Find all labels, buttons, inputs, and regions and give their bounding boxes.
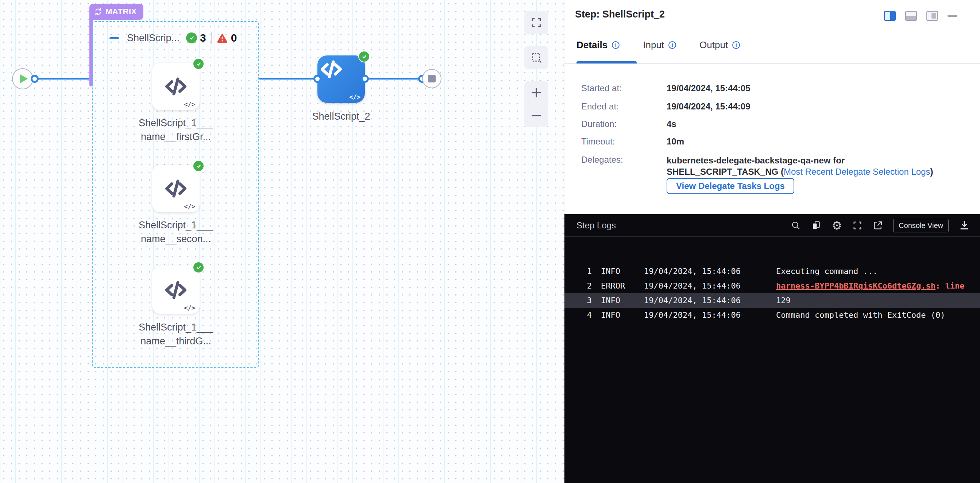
loop-icon bbox=[94, 7, 102, 16]
minimize-icon[interactable] bbox=[948, 15, 958, 17]
zoom-out-icon[interactable] bbox=[530, 110, 542, 122]
log-line-4[interactable]: 4 INFO 19/04/2024, 15:44:06 Command comp… bbox=[565, 308, 980, 323]
step-node-secondgroup[interactable]: </> bbox=[152, 165, 200, 212]
matrix-group-header[interactable]: ShellScrip... 3 0 bbox=[110, 31, 237, 45]
play-icon bbox=[20, 74, 28, 84]
step-logs-title: Step Logs bbox=[576, 220, 616, 230]
success-badge-icon bbox=[192, 160, 204, 172]
stop-icon bbox=[428, 75, 436, 83]
code-mini-icon: </> bbox=[349, 94, 361, 101]
download-icon[interactable] bbox=[959, 220, 970, 231]
matrix-badge-label: MATRIX bbox=[105, 7, 137, 16]
error-script-link[interactable]: harness-BYPP4bBIRqisKCo6dteGZg.sh bbox=[776, 281, 935, 291]
success-badge-icon bbox=[192, 58, 204, 70]
step-node-firstgroup[interactable]: </> bbox=[152, 63, 200, 110]
copy-icon[interactable] bbox=[811, 220, 821, 230]
log-output[interactable]: 1 INFO 19/04/2024, 15:44:06 Executing co… bbox=[565, 237, 980, 483]
log-line-2[interactable]: 2 ERROR 19/04/2024, 15:44:06 harness-BYP… bbox=[565, 279, 980, 293]
page-title: Step: ShellScript_2 bbox=[575, 9, 665, 20]
detail-row-ended: Ended at: 19/04/2024, 15:44:09 bbox=[581, 102, 619, 112]
floating-view-icon[interactable] bbox=[926, 11, 938, 21]
detail-row-started: Started at: 19/04/2024, 15:44:05 bbox=[581, 83, 622, 94]
info-icon[interactable] bbox=[668, 41, 676, 49]
step-node-label: ShellScript_1___ name__firstGr... bbox=[129, 116, 223, 144]
shell-script-code-icon bbox=[162, 73, 190, 100]
code-mini-icon: </> bbox=[184, 101, 195, 108]
detail-tabs: Details Input Output bbox=[576, 40, 740, 51]
view-delegate-tasks-logs-button[interactable]: View Delegate Tasks Logs bbox=[667, 178, 794, 194]
delegate-selection-logs-link[interactable]: Most Recent Delegate Selection Logs bbox=[784, 167, 931, 176]
success-badge-icon bbox=[192, 262, 204, 273]
marquee-select-icon bbox=[530, 52, 542, 64]
log-line-1[interactable]: 1 INFO 19/04/2024, 15:44:06 Executing co… bbox=[565, 264, 980, 279]
console-view-button[interactable]: Console View bbox=[893, 219, 949, 232]
shell-script-code-icon bbox=[162, 276, 190, 304]
bottom-view-icon[interactable] bbox=[905, 11, 917, 21]
panel-layout-switcher bbox=[884, 11, 958, 21]
fit-view-button[interactable] bbox=[524, 11, 548, 34]
step-node-thirdgroup[interactable]: </> bbox=[152, 266, 200, 314]
step-logs-panel: Step Logs ⚙ Console View 1 INFO 1 bbox=[565, 214, 980, 483]
info-icon[interactable] bbox=[732, 41, 740, 49]
fit-view-icon bbox=[530, 17, 542, 29]
detail-row-timeout: Timeout: 10m bbox=[581, 137, 615, 147]
delegate-task: SHELL_SCRIPT_TASK_NG ( bbox=[667, 167, 784, 176]
success-badge-icon bbox=[358, 51, 370, 62]
step-node-label: ShellScript_1___ name__thirdG... bbox=[129, 320, 223, 348]
panel-header: Step: ShellScript_2 bbox=[565, 0, 980, 29]
detail-row-delegates: Delegates: kubernetes-delegate-backstage… bbox=[581, 155, 623, 165]
zoom-in-icon[interactable] bbox=[530, 86, 542, 99]
end-node[interactable] bbox=[422, 69, 441, 88]
edge-step2-to-end bbox=[365, 78, 420, 79]
pipeline-canvas[interactable]: MATRIX ShellScrip... 3 0 </> ShellScript… bbox=[0, 0, 564, 483]
shell-script-code-icon bbox=[162, 175, 190, 202]
count-divider bbox=[211, 32, 212, 44]
search-icon[interactable] bbox=[791, 220, 801, 230]
edge-matrix-to-step2 bbox=[259, 78, 315, 79]
code-mini-icon: </> bbox=[184, 203, 195, 210]
split-view-icon[interactable] bbox=[884, 11, 896, 21]
info-icon[interactable] bbox=[612, 41, 619, 49]
zoom-controls[interactable] bbox=[524, 81, 548, 127]
detail-row-duration: Duration: 4s bbox=[581, 119, 617, 129]
success-count-icon bbox=[186, 32, 197, 43]
step-logs-toolbar: ⚙ Console View bbox=[791, 214, 970, 237]
step-node-label: ShellScript_1___ name__secon... bbox=[129, 218, 223, 246]
external-link-icon[interactable] bbox=[873, 220, 883, 230]
gear-icon[interactable]: ⚙ bbox=[832, 219, 842, 231]
matrix-group-title: ShellScrip... bbox=[127, 32, 186, 44]
tab-details[interactable]: Details bbox=[576, 40, 619, 51]
matrix-group-badge[interactable]: MATRIX bbox=[89, 4, 143, 20]
success-count: 3 bbox=[200, 32, 206, 44]
shell-script-code-icon bbox=[317, 56, 345, 83]
step-node-shellscript-2[interactable]: </> bbox=[317, 56, 365, 103]
marquee-select-button[interactable] bbox=[524, 46, 548, 69]
collapse-group-icon[interactable] bbox=[110, 37, 119, 39]
tab-input[interactable]: Input bbox=[643, 40, 676, 51]
start-node[interactable] bbox=[12, 68, 33, 89]
step2-label: ShellScript_2 bbox=[294, 110, 388, 123]
start-node-out-port[interactable] bbox=[31, 75, 39, 83]
error-warning-icon bbox=[216, 32, 228, 43]
log-line-3[interactable]: 3 INFO 19/04/2024, 15:44:06 129 bbox=[565, 293, 980, 308]
edge-start-to-matrix bbox=[35, 78, 89, 79]
code-mini-icon: </> bbox=[184, 304, 195, 311]
tabs-bottom-border bbox=[565, 64, 980, 64]
delegate-name: kubernetes-delegate-backstage-qa-new for bbox=[667, 156, 845, 165]
error-count: 0 bbox=[231, 32, 237, 44]
step-logs-header: Step Logs ⚙ Console View bbox=[565, 214, 980, 237]
step2-out-port[interactable] bbox=[361, 75, 369, 83]
tab-output[interactable]: Output bbox=[699, 40, 740, 51]
step2-in-port[interactable] bbox=[313, 75, 321, 83]
fullscreen-icon[interactable] bbox=[852, 220, 862, 230]
